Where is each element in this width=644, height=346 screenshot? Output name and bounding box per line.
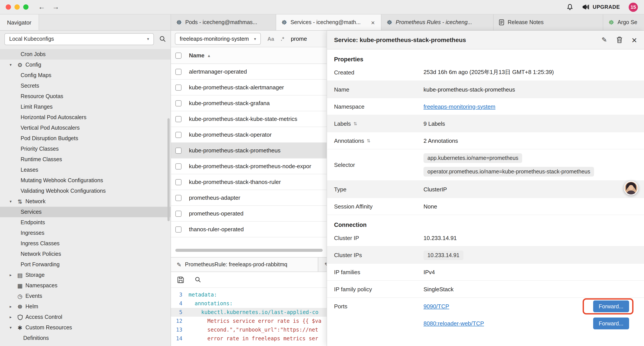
sidebar-item-resource-quotas[interactable]: Resource Quotas	[0, 91, 170, 102]
sidebar-item-access-control[interactable]: ▸ Access Control	[0, 312, 170, 322]
port-forward-button[interactable]: Forward...	[593, 318, 629, 329]
property-row-cluster-ip: Cluster IP 10.233.14.91	[327, 230, 644, 247]
row-checkbox[interactable]	[175, 195, 182, 201]
selector-badge: app.kubernetes.io/name=prometheus	[424, 153, 522, 163]
sidebar-item-endpoints[interactable]: Endpoints	[0, 217, 170, 228]
sidebar-item-priority-classes[interactable]: Priority Classes	[0, 144, 170, 154]
upgrade-button[interactable]: UPGRADE	[582, 4, 620, 10]
select-all-checkbox[interactable]	[175, 52, 182, 58]
sidebar-item-horizontal-pod-autoscalers[interactable]: Horizontal Pod Autoscalers	[0, 112, 170, 123]
row-checkbox[interactable]	[175, 84, 182, 90]
row-checkbox[interactable]	[175, 68, 182, 75]
sidebar-item-runtime-classes[interactable]: Runtime Classes	[0, 154, 170, 165]
code-text: metadata:	[188, 290, 217, 299]
sidebar-item-leases[interactable]: Leases	[0, 165, 170, 175]
avatar[interactable]	[624, 181, 638, 195]
sidebar-item-mutating-webhook-configurations[interactable]: Mutating Webhook Configurations	[0, 175, 170, 186]
close-window-button[interactable]	[6, 4, 11, 10]
tab-release-notes[interactable]: Release Notes	[494, 14, 603, 30]
line-number[interactable]: 14	[171, 334, 188, 343]
row-checkbox[interactable]	[175, 226, 182, 232]
sidebar-item-validating-webhook-configurations[interactable]: Validating Webhook Configurations	[0, 186, 170, 196]
expand-values-icon[interactable]: ⇅	[354, 121, 357, 126]
property-label: Ports	[334, 298, 424, 315]
line-number[interactable]: 4	[171, 299, 188, 308]
sidebar-item-config-maps[interactable]: Config Maps	[0, 70, 170, 81]
chevron-down-icon: ▾	[254, 36, 256, 41]
line-number[interactable]: 12	[171, 317, 188, 326]
port-link-9090[interactable]: 9090/TCP	[424, 303, 449, 310]
bell-icon[interactable]	[566, 3, 574, 10]
close-tab-icon[interactable]: ×	[370, 19, 376, 26]
sidebar-item-helm[interactable]: ▸ ☸ Helm	[0, 301, 170, 312]
horizontal-scrollbar-thumb[interactable]	[175, 249, 323, 252]
sidebar-item-pod-disruption-budgets[interactable]: Pod Disruption Budgets	[0, 133, 170, 144]
regex-toggle[interactable]: .*	[281, 36, 284, 42]
sidebar-item-network[interactable]: ▾ ⇅ Network	[0, 196, 170, 207]
property-label: Annotations	[334, 137, 364, 144]
search-icon[interactable]	[159, 35, 166, 42]
property-row-selector: Selector app.kubernetes.io/name=promethe…	[327, 149, 644, 181]
forward-button[interactable]: →	[52, 3, 59, 11]
tab-navigator[interactable]: Navigator	[0, 14, 39, 30]
kubeconfig-select[interactable]: Local Kubeconfigs ▾	[4, 33, 154, 45]
sidebar-item-label: Pod Disruption Budgets	[20, 135, 78, 141]
sidebar-item-cron-jobs[interactable]: Cron Jobs	[0, 49, 170, 59]
editor-tab-prometheusrule[interactable]: ✎ PrometheusRule: freeleaps-prod-rabbitm…	[171, 258, 318, 272]
row-checkbox[interactable]	[175, 147, 182, 153]
sidebar-item-port-forwarding[interactable]: Port Forwarding	[0, 259, 170, 270]
tab-pods[interactable]: ☸ Pods - icecheng@mathmas...	[171, 14, 276, 30]
minimize-window-button[interactable]	[14, 4, 20, 10]
editor-search-icon[interactable]	[195, 276, 201, 283]
port-link-8080[interactable]: 8080:reloader-web/TCP	[424, 320, 484, 327]
tab-argo[interactable]: ☸ Argo Se	[603, 14, 644, 30]
namespace-link[interactable]: freeleaps-monitoring-system	[424, 103, 496, 110]
sidebar-item-secrets[interactable]: Secrets	[0, 81, 170, 91]
port-forward-button[interactable]: Forward...	[593, 301, 629, 312]
sidebar-item-namespaces[interactable]: ▦ Namespaces	[0, 280, 170, 291]
match-case-toggle[interactable]: Aa	[268, 36, 274, 42]
close-drawer-icon[interactable]: ×	[632, 35, 637, 44]
row-checkbox[interactable]	[175, 100, 182, 106]
row-checkbox[interactable]	[175, 210, 182, 217]
sidebar-item-vertical-pod-autoscalers[interactable]: Vertical Pod Autoscalers	[0, 123, 170, 133]
sidebar-item-limit-ranges[interactable]: Limit Ranges	[0, 102, 170, 112]
sidebar-item-services[interactable]: Services	[0, 207, 170, 217]
sidebar-item-label: Helm	[26, 304, 38, 310]
namespace-filter-select[interactable]: freeleaps-monitoring-system ▾	[175, 33, 261, 45]
service-name: thanos-ruler-operated	[189, 226, 244, 233]
sidebar-item-definitions[interactable]: Definitions	[0, 333, 170, 343]
property-row-annotations: Annotations ⇅ 2 Annotations	[327, 132, 644, 149]
sidebar-item-ingresses[interactable]: Ingresses	[0, 228, 170, 238]
row-checkbox[interactable]	[175, 163, 182, 169]
search-input[interactable]: prome	[291, 35, 307, 42]
sidebar-item-network-policies[interactable]: Network Policies	[0, 249, 170, 259]
property-row-ports: Ports 9090/TCP Forward... 8080:reloader-…	[327, 298, 644, 332]
service-name: prometheus-adapter	[189, 194, 240, 201]
sidebar-item-label: Runtime Classes	[20, 156, 62, 162]
row-checkbox[interactable]	[175, 132, 182, 138]
sidebar-item-events[interactable]: ◷ Events	[0, 291, 170, 301]
save-icon[interactable]	[177, 276, 184, 283]
sidebar-scrollbar[interactable]	[168, 118, 170, 221]
sidebar-item-config[interactable]: ▾ ⚙ Config	[0, 59, 170, 70]
edit-icon[interactable]: ✎	[602, 36, 607, 44]
kubernetes-icon: ☸	[387, 19, 392, 25]
line-number[interactable]: 13	[171, 326, 188, 334]
sidebar-item-storage[interactable]: ▸ ▤ Storage	[0, 270, 170, 280]
row-checkbox[interactable]	[175, 116, 182, 122]
sidebar-item-custom-resources[interactable]: ▾ ✱ Custom Resources	[0, 322, 170, 333]
line-number[interactable]: 3	[171, 290, 188, 299]
maximize-window-button[interactable]	[23, 4, 28, 10]
expand-values-icon[interactable]: ⇅	[367, 138, 370, 143]
tab-services[interactable]: ☸ Services - icecheng@math... ×	[276, 14, 382, 30]
delete-icon[interactable]	[616, 36, 622, 43]
row-checkbox[interactable]	[175, 179, 182, 185]
tab-prometheus-rules[interactable]: ☸ Prometheus Rules - icecheng...	[382, 14, 494, 30]
notification-count-badge[interactable]: 15	[629, 2, 638, 11]
line-number[interactable]: 5	[171, 308, 188, 317]
back-button[interactable]: ←	[38, 3, 45, 11]
sidebar-item-ingress-classes[interactable]: Ingress Classes	[0, 238, 170, 249]
column-header-name[interactable]: Name	[189, 52, 204, 59]
chevron-down-icon: ▾	[147, 37, 149, 41]
